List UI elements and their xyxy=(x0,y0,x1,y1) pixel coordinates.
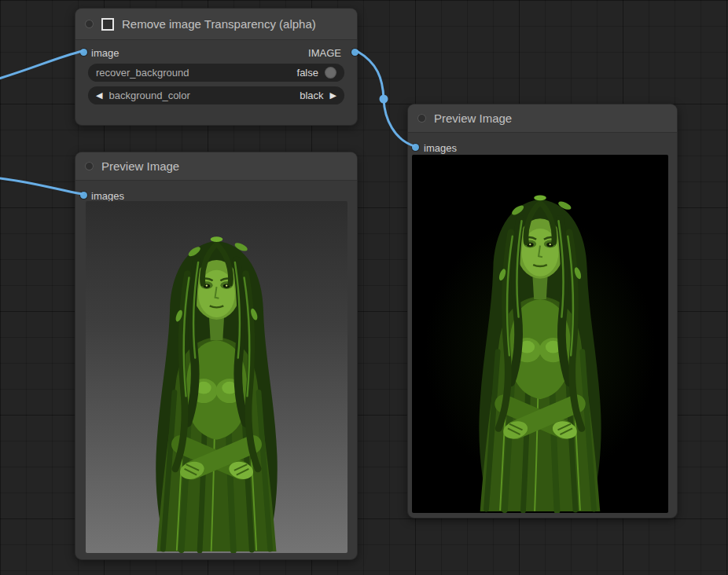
widget-background-color[interactable]: ◀ background_color black ▶ xyxy=(88,86,344,104)
preview-image-figure xyxy=(86,201,347,553)
preview-image-figure xyxy=(412,155,668,513)
node-title-bar[interactable]: Preview Image xyxy=(75,152,357,181)
node-graph-canvas[interactable]: Remove image Transparency (alpha) image … xyxy=(0,0,728,575)
input-label-image: image xyxy=(91,47,119,59)
link-to-preview-left-images[interactable] xyxy=(0,178,83,194)
node-title: Preview Image xyxy=(101,159,179,173)
node-remove-image-transparency[interactable]: Remove image Transparency (alpha) image … xyxy=(75,8,358,126)
node-title: Preview Image xyxy=(434,112,512,125)
widget-label: recover_background xyxy=(96,67,297,79)
preview-image xyxy=(412,155,668,513)
widget-value: false xyxy=(297,67,318,79)
node-title: Remove image Transparency (alpha) xyxy=(122,17,316,31)
io-row: images xyxy=(424,141,457,154)
widget-recover-background[interactable]: recover_background false xyxy=(88,64,344,82)
node-title-bar[interactable]: Preview Image xyxy=(408,104,677,133)
widget-label: background_color xyxy=(108,90,300,101)
node-preview-image-left[interactable]: Preview Image images xyxy=(75,152,358,560)
input-label-images: images xyxy=(424,142,457,154)
node-title-bar[interactable]: Remove image Transparency (alpha) xyxy=(75,9,357,40)
link-image-to-preview-right[interactable] xyxy=(357,51,414,146)
node-box-icon xyxy=(101,18,114,31)
preview-image xyxy=(86,201,347,553)
collapse-dot-icon[interactable] xyxy=(417,114,426,123)
collapse-dot-icon[interactable] xyxy=(85,162,94,170)
output-label-image: IMAGE xyxy=(308,47,341,59)
input-label-images: images xyxy=(91,190,124,202)
node-preview-image-right[interactable]: Preview Image images xyxy=(407,104,678,518)
widget-value: black xyxy=(300,90,323,101)
combo-right-arrow-icon[interactable]: ▶ xyxy=(330,91,336,100)
toggle-knob-icon[interactable] xyxy=(325,67,336,79)
link-to-image-input[interactable] xyxy=(0,51,83,80)
io-row: image IMAGE xyxy=(91,46,341,59)
collapse-dot-icon[interactable] xyxy=(85,20,94,28)
combo-left-arrow-icon[interactable]: ◀ xyxy=(96,91,102,100)
io-row: images xyxy=(91,189,124,202)
